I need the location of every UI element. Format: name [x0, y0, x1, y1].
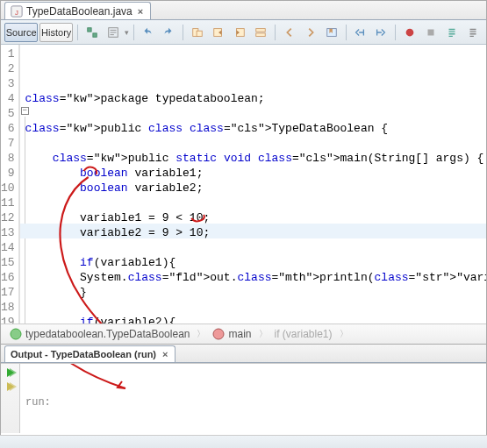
- code-line[interactable]: if(variable2){: [25, 315, 486, 324]
- chevron-right-icon: 〉: [197, 328, 205, 340]
- code-line[interactable]: class="kw">public class class="cls">Type…: [25, 121, 486, 136]
- separator: [77, 25, 78, 40]
- code-line[interactable]: [25, 300, 486, 315]
- breadcrumb-label: main: [228, 328, 251, 340]
- svg-point-14: [11, 329, 21, 339]
- line-number: 4: [1, 91, 15, 106]
- separator: [395, 25, 396, 40]
- refactor-icon[interactable]: [82, 23, 102, 42]
- separator: [133, 25, 134, 40]
- breadcrumb-label: typedataboolean.TypeDataBoolean: [25, 328, 190, 340]
- redo-icon[interactable]: [159, 23, 178, 42]
- chevron-right-icon: 〉: [259, 328, 268, 340]
- dropdown-icon[interactable]: ▾: [125, 28, 129, 37]
- breadcrumb-label: if (variable1): [275, 328, 333, 340]
- output-line-run: run:: [25, 395, 481, 409]
- method-icon: [212, 328, 225, 340]
- line-number: 1: [1, 46, 15, 61]
- line-number: 8: [1, 151, 15, 166]
- svg-rect-6: [197, 31, 202, 36]
- code-line[interactable]: boolean variable1;: [25, 166, 486, 181]
- output-text[interactable]: run: variable1 = true BUILD SUCCESSFUL (…: [20, 364, 486, 433]
- svg-rect-3: [93, 32, 97, 36]
- line-number: 13: [1, 225, 15, 240]
- search-icon[interactable]: [104, 23, 123, 42]
- output-tab-bar: Output - TypeDataBoolean (run) ×: [1, 345, 486, 363]
- line-number: 18: [1, 300, 15, 315]
- history-button[interactable]: History: [39, 23, 73, 42]
- status-bar: [0, 435, 487, 448]
- output-tab[interactable]: Output - TypeDataBoolean (run) ×: [4, 345, 175, 362]
- line-number: 10: [1, 181, 15, 196]
- shift-right-icon[interactable]: [371, 23, 390, 42]
- rerun-icon[interactable]: [4, 366, 17, 379]
- code-line[interactable]: [25, 196, 486, 210]
- highlight-icon[interactable]: [251, 23, 270, 42]
- editor-toolbar: Source History ▾: [1, 20, 486, 45]
- undo-icon[interactable]: [138, 23, 157, 42]
- line-number: 19: [1, 315, 15, 324]
- shift-left-icon[interactable]: [350, 23, 369, 42]
- code-line[interactable]: [25, 136, 486, 151]
- code-line[interactable]: class="kw">package typedataboolean;: [25, 91, 486, 106]
- chevron-right-icon: 〉: [340, 328, 348, 340]
- file-tab[interactable]: J TypeDataBoolean.java ×: [4, 2, 151, 19]
- line-number: 12: [1, 210, 15, 225]
- breadcrumb-class[interactable]: typedataboolean.TypeDataBoolean: [6, 326, 193, 342]
- macro-stop-icon[interactable]: [421, 23, 440, 42]
- find-prev-icon[interactable]: [209, 23, 228, 42]
- code-line[interactable]: [25, 240, 486, 255]
- class-icon: [10, 328, 22, 340]
- svg-point-12: [406, 28, 414, 36]
- separator: [275, 25, 276, 40]
- uncomment-icon[interactable]: [463, 23, 483, 42]
- svg-rect-2: [88, 27, 91, 31]
- nav-back-icon[interactable]: [280, 23, 299, 42]
- code-line[interactable]: if(variable1){: [25, 255, 486, 270]
- code-line[interactable]: boolean variable2;: [25, 181, 486, 196]
- code-line[interactable]: }: [25, 285, 486, 300]
- output-panel: run: variable1 = true BUILD SUCCESSFUL (…: [1, 363, 486, 433]
- close-icon[interactable]: ×: [136, 6, 145, 17]
- nav-forward-icon[interactable]: [301, 23, 320, 42]
- source-button[interactable]: Source: [4, 23, 38, 42]
- line-number: 11: [1, 196, 15, 210]
- java-file-icon: J: [11, 5, 23, 18]
- svg-rect-10: [256, 32, 266, 36]
- line-number: 6: [1, 121, 15, 136]
- line-number: 3: [1, 76, 15, 91]
- comment-icon[interactable]: [442, 23, 462, 42]
- breadcrumb-bar: typedataboolean.TypeDataBoolean 〉 main 〉…: [1, 324, 486, 345]
- output-tab-label: Output - TypeDataBoolean (run): [11, 349, 156, 359]
- svg-text:J: J: [15, 8, 18, 16]
- code-line[interactable]: System.class="fld">out.class="mth">print…: [25, 270, 486, 285]
- separator: [183, 25, 183, 40]
- code-line[interactable]: variable1 = 9 < 10;: [25, 210, 486, 225]
- code-editor[interactable]: 12345678910111213141516171819 − class="k…: [1, 45, 486, 324]
- breadcrumb-method[interactable]: main: [209, 326, 254, 342]
- file-tab-bar: J TypeDataBoolean.java ×: [1, 1, 486, 20]
- code-line[interactable]: variable2 = 9 > 10;: [25, 225, 486, 240]
- svg-rect-9: [256, 28, 266, 32]
- find-selection-icon[interactable]: [188, 23, 207, 42]
- code-line[interactable]: [25, 106, 486, 121]
- line-number: 17: [1, 285, 15, 300]
- close-icon[interactable]: ×: [161, 349, 169, 359]
- line-number: 9: [1, 166, 15, 181]
- line-number: 7: [1, 136, 15, 151]
- separator: [346, 25, 347, 40]
- output-gutter: [1, 364, 20, 433]
- macro-record-icon[interactable]: [400, 23, 419, 42]
- line-number-gutter: 12345678910111213141516171819: [1, 45, 19, 324]
- svg-rect-13: [428, 29, 434, 35]
- breadcrumb-block[interactable]: if (variable1): [271, 326, 336, 342]
- line-number: 16: [1, 270, 15, 285]
- find-next-icon[interactable]: [230, 23, 249, 42]
- bookmark-icon[interactable]: [322, 23, 341, 42]
- rerun-alt-icon[interactable]: [4, 380, 17, 393]
- line-number: 15: [1, 255, 15, 270]
- svg-point-15: [213, 329, 224, 339]
- code-line[interactable]: class="kw">public static void class="cls…: [25, 151, 486, 166]
- code-area[interactable]: class="kw">package typedataboolean; clas…: [20, 45, 486, 324]
- line-number: 2: [1, 61, 15, 76]
